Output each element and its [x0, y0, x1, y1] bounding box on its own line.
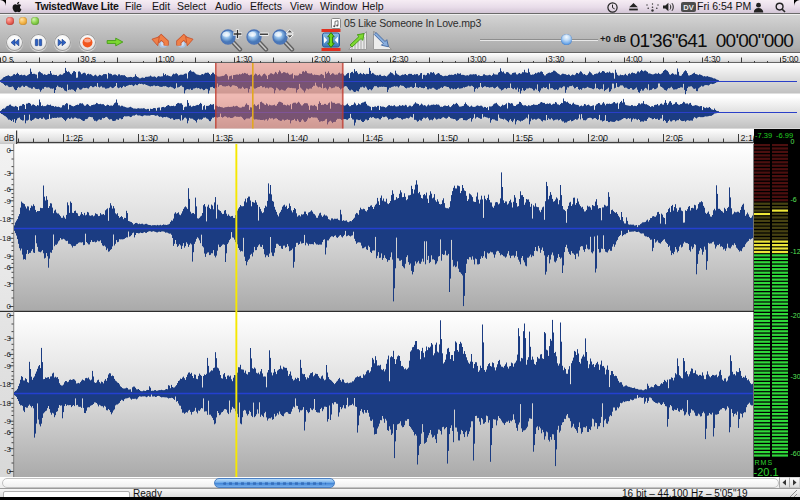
svg-text:-6: -6: [4, 185, 12, 194]
svg-text:-30: -30: [791, 373, 800, 380]
svg-text:-3: -3: [4, 280, 12, 289]
svg-text:-18: -18: [0, 234, 12, 243]
svg-text:0: 0: [7, 302, 12, 311]
svg-text:30 s: 30 s: [80, 54, 96, 64]
svg-text:4:00: 4:00: [626, 54, 643, 64]
svg-text:3:00: 3:00: [470, 54, 487, 64]
svg-text:-6: -6: [791, 196, 797, 203]
svg-text:1:30: 1:30: [236, 54, 253, 64]
svg-text:3:30: 3:30: [548, 54, 565, 64]
svg-text:-3: -3: [4, 169, 12, 178]
svg-text:-18: -18: [0, 399, 12, 408]
svg-text:DV: DV: [683, 3, 693, 12]
svg-text:-20.1: -20.1: [754, 466, 779, 478]
svg-text:-60: -60: [791, 450, 800, 457]
svg-text:4:30: 4:30: [704, 54, 721, 64]
svg-text:-9: -9: [4, 417, 12, 426]
svg-text:1:40: 1:40: [291, 133, 309, 143]
svg-text:-18: -18: [0, 380, 12, 389]
svg-text:RMS: RMS: [755, 459, 774, 466]
svg-text:2:05: 2:05: [666, 133, 684, 143]
svg-text:2:00: 2:00: [591, 133, 609, 143]
svg-text:0: 0: [7, 311, 12, 320]
svg-text:-6: -6: [4, 350, 12, 359]
svg-text:-9: -9: [4, 197, 12, 206]
svg-text:0 s: 0 s: [2, 54, 13, 64]
svg-text:1:25: 1:25: [66, 133, 84, 143]
svg-text:1:00: 1:00: [158, 54, 175, 64]
svg-text:dB: dB: [4, 133, 15, 143]
svg-text:-3: -3: [4, 334, 12, 343]
svg-text:-12: -12: [791, 248, 800, 255]
svg-text:-7.39: -7.39: [755, 131, 772, 140]
svg-text:2:30: 2:30: [392, 54, 409, 64]
svg-text:-20: -20: [791, 312, 800, 319]
svg-text:0: 0: [7, 146, 12, 155]
svg-text:1:45: 1:45: [366, 133, 384, 143]
svg-text:-9: -9: [4, 252, 12, 261]
svg-text:1:55: 1:55: [516, 133, 534, 143]
svg-text:-6: -6: [4, 428, 12, 437]
svg-text:-18: -18: [0, 215, 12, 224]
svg-text:1:30: 1:30: [141, 133, 159, 143]
svg-text:-3: -3: [4, 445, 12, 454]
svg-text:-6: -6: [4, 263, 12, 272]
svg-text:0: 0: [7, 467, 12, 476]
svg-text:1:50: 1:50: [441, 133, 459, 143]
svg-text:5:00: 5:00: [782, 54, 799, 64]
svg-text:-9: -9: [4, 362, 12, 371]
svg-text:1:35: 1:35: [216, 133, 234, 143]
svg-text:2:00: 2:00: [314, 54, 331, 64]
